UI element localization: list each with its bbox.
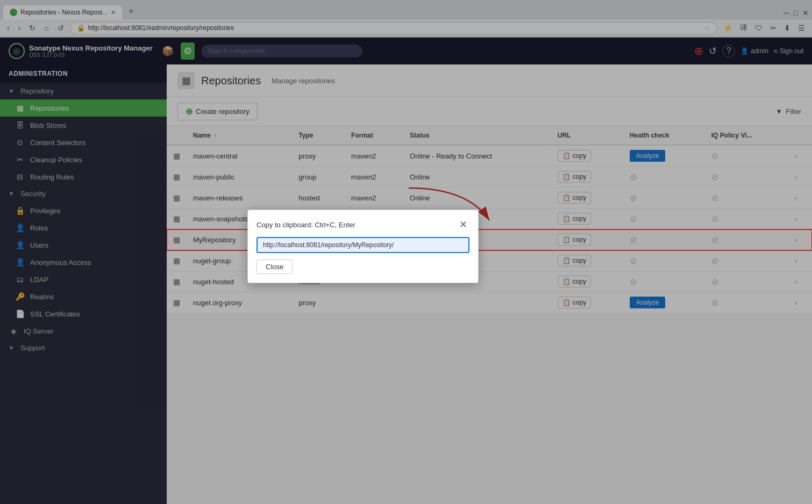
back-button[interactable]: ‹ — [4, 22, 12, 34]
sidebar-item-roles[interactable]: 👤 Roles — [0, 219, 167, 236]
table-row[interactable]: ▦ maven-public group maven2 Online 📋 cop… — [167, 167, 812, 188]
copy-url-button[interactable]: 📋 copy — [558, 297, 591, 308]
sidebar-group-security-label: Security — [20, 190, 46, 198]
row-chevron-icon: › — [794, 256, 797, 265]
new-tab-button[interactable]: + — [123, 3, 139, 19]
sidebar-item-ldap[interactable]: 🗂 LDAP — [0, 271, 167, 288]
forward-button[interactable]: › — [16, 22, 24, 34]
translate-button[interactable]: 译 — [737, 21, 750, 34]
sidebar-item-blob-stores[interactable]: 🗄 Blob Stores — [0, 117, 167, 134]
row-iq-cell: ⊘ — [705, 167, 788, 188]
home-button[interactable]: ⌂ — [41, 22, 51, 34]
sidebar-item-privileges[interactable]: 🔒 Privileges — [0, 202, 167, 219]
refresh-button[interactable]: ↺ — [709, 45, 717, 57]
box-icon-button[interactable]: 📦 — [159, 42, 176, 60]
sidebar-item-cleanup-policies-label: Cleanup Policies — [30, 156, 82, 164]
copy-url-button[interactable]: 📋 copy — [558, 192, 591, 204]
copy-url-button[interactable]: 📋 copy — [558, 213, 591, 225]
row-chevron-icon: › — [794, 235, 797, 244]
close-window-button[interactable]: ✕ — [802, 9, 809, 17]
col-url-header[interactable]: URL — [551, 126, 623, 145]
lock-icon: 🔒 — [77, 24, 85, 32]
adblock-button[interactable]: 🛡 — [752, 22, 765, 34]
col-actions-header — [788, 126, 812, 145]
maximize-button[interactable]: □ — [794, 9, 798, 17]
col-status-header[interactable]: Status — [403, 126, 551, 145]
row-iq-cell: ⊘ — [705, 188, 788, 208]
table-row[interactable]: ▦ nuget.org-proxy proxy 📋 copy Analyze ⊘… — [167, 292, 812, 313]
address-bar[interactable]: 🔒 http://localhost:8081/#admin/repositor… — [70, 22, 717, 34]
row-arrow-cell: › — [788, 250, 812, 271]
extensions-button[interactable]: ⚡ — [721, 22, 735, 34]
row-health-cell: ⊘ — [623, 229, 705, 250]
sidebar-group-support-header[interactable]: ▼ Support — [0, 340, 167, 356]
blob-stores-icon: 🗄 — [15, 121, 25, 129]
modal-close-button[interactable]: Close — [257, 260, 293, 274]
iq-disabled-icon: ⊘ — [711, 298, 718, 307]
row-type-icon: ▦ — [173, 214, 180, 223]
sidebar-item-iq-server[interactable]: ◈ IQ Server — [0, 322, 167, 340]
sidebar-group-security-header[interactable]: ▼ Security — [0, 185, 167, 202]
copy-icon: 📋 — [562, 278, 571, 285]
header-right: ⊕ ↺ ? 👤 admin ⎋ Sign out — [694, 45, 803, 57]
sidebar-group-security: ▼ Security 🔒 Privileges 👤 Roles 👤 Users … — [0, 185, 167, 322]
bookmark-icon: ☆ — [704, 24, 710, 32]
col-health-header[interactable]: Health check — [623, 126, 705, 145]
username-label: admin — [751, 47, 768, 55]
row-chevron-icon: › — [794, 172, 797, 181]
row-name-cell: nuget.org-proxy — [187, 292, 292, 313]
modal-header: Copy to clipboard: Ctrl+C, Enter ✕ — [257, 219, 469, 231]
menu-button[interactable]: ☰ — [795, 22, 808, 34]
sidebar-item-ssl-certificates[interactable]: 📄 SSL Certificates — [0, 305, 167, 322]
history-button[interactable]: ↺ — [55, 22, 67, 34]
row-name-cell: maven-public — [187, 167, 292, 188]
row-type-icon: ▦ — [173, 193, 180, 202]
help-button[interactable]: ? — [722, 45, 735, 57]
row-url-cell: 📋 copy — [551, 167, 623, 188]
tab-close-button[interactable]: ✕ — [111, 9, 116, 16]
copy-url-button[interactable]: 📋 copy — [558, 150, 591, 162]
sidebar-group-repository: ▼ Repository ▦ Repositories 🗄 Blob Store… — [0, 83, 167, 185]
row-type-icon: ▦ — [173, 235, 180, 244]
anonymous-access-icon: 👤 — [15, 258, 25, 267]
signout-button[interactable]: ⎋ Sign out — [774, 47, 803, 55]
row-health-cell: ⊘ — [623, 188, 705, 208]
col-name-header[interactable]: Name ↑ — [187, 126, 292, 145]
col-type-header[interactable]: Type — [292, 126, 345, 145]
sidebar-item-realms[interactable]: 🔑 Realms — [0, 288, 167, 305]
sidebar-item-cleanup-policies[interactable]: ✂ Cleanup Policies — [0, 151, 167, 168]
table-row[interactable]: ▦ maven-central proxy maven2 Online - Re… — [167, 145, 812, 167]
analyze-button[interactable]: Analyze — [630, 150, 666, 162]
table-row[interactable]: ▦ maven-releases hosted maven2 Online 📋 … — [167, 188, 812, 208]
sidebar-item-anonymous-access[interactable]: 👤 Anonymous Access — [0, 254, 167, 271]
col-iq-header[interactable]: IQ Policy Vi... — [705, 126, 788, 145]
scissors-button[interactable]: ✂ — [767, 22, 779, 34]
col-name[interactable] — [167, 126, 187, 145]
search-input[interactable] — [201, 45, 362, 57]
create-repository-button[interactable]: ⊕ Create repository — [177, 103, 258, 120]
modal-url-input[interactable] — [257, 237, 469, 253]
analyze-button[interactable]: Analyze — [630, 297, 666, 308]
modal-close-x-button[interactable]: ✕ — [457, 219, 469, 231]
copy-url-button[interactable]: 📋 copy — [558, 171, 591, 183]
sidebar-item-repositories[interactable]: ▦ Repositories — [0, 99, 167, 117]
sidebar-item-routing-rules[interactable]: ⊟ Routing Rules — [0, 168, 167, 185]
sidebar-item-iq-server-label: IQ Server — [24, 327, 54, 335]
content-selectors-icon: ⊙ — [15, 138, 25, 147]
user-info: 👤 admin — [740, 47, 768, 55]
copy-url-button[interactable]: 📋 copy — [558, 276, 591, 287]
gear-icon-button[interactable]: ⚙ — [181, 42, 195, 60]
reload-button[interactable]: ↻ — [26, 22, 38, 34]
copy-url-button[interactable]: 📋 copy — [558, 255, 591, 267]
minimize-button[interactable]: ─ — [784, 9, 789, 17]
sidebar-item-users[interactable]: 👤 Users — [0, 236, 167, 254]
col-format-header[interactable]: Format — [345, 126, 403, 145]
sidebar-group-repository-header[interactable]: ▼ Repository — [0, 83, 167, 99]
sidebar: Administration ▼ Repository ▦ Repositori… — [0, 64, 167, 504]
copy-url-button[interactable]: 📋 copy — [558, 234, 591, 246]
active-tab[interactable]: Repositories - Nexus Reposi... ✕ — [3, 5, 122, 19]
download-button[interactable]: ⬇ — [781, 22, 793, 34]
row-format-cell: maven2 — [345, 145, 403, 167]
row-status-cell: Online — [403, 167, 551, 188]
sidebar-item-content-selectors[interactable]: ⊙ Content Selectors — [0, 134, 167, 151]
